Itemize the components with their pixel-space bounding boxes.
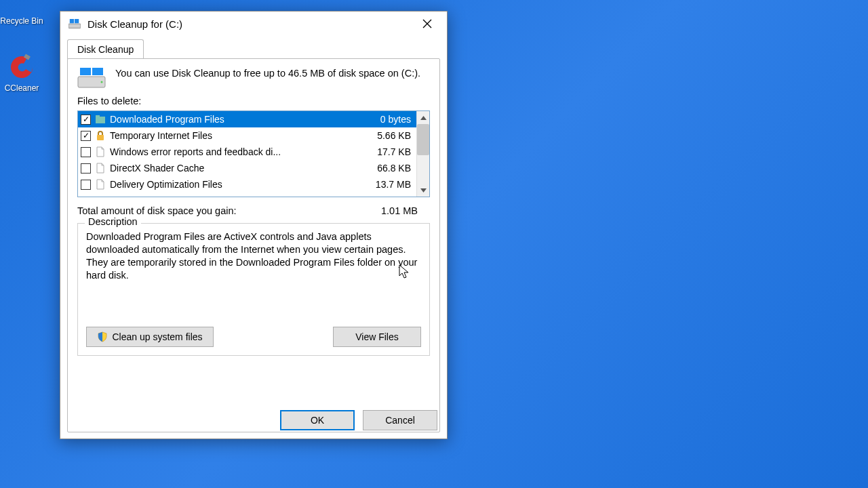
scroll-down-button[interactable]: [417, 184, 429, 197]
list-item[interactable]: DirectX Shader Cache66.8 KB: [78, 160, 416, 176]
list-item-size: 0 bytes: [363, 114, 414, 125]
recycle-bin-label: Recycle Bin: [0, 16, 43, 26]
description-text: Downloaded Program Files are ActiveX con…: [86, 230, 421, 281]
ok-button[interactable]: OK: [280, 410, 355, 430]
cleanup-panel: You can use Disk Cleanup to free up to 4…: [67, 58, 440, 432]
list-item-name: Downloaded Program Files: [110, 114, 359, 125]
dialog-title: Disk Cleanup for (C:): [87, 18, 413, 30]
svg-rect-1: [68, 24, 81, 28]
titlebar[interactable]: Disk Cleanup for (C:): [60, 12, 447, 36]
checkbox[interactable]: [81, 131, 91, 141]
listbox-scrollbar[interactable]: [416, 111, 429, 197]
svg-rect-2: [70, 19, 74, 23]
list-item-size: 66.8 KB: [363, 163, 414, 174]
list-item-size: 5.66 KB: [363, 130, 414, 141]
description-legend: Description: [85, 216, 141, 227]
description-group: Description Downloaded Program Files are…: [77, 223, 430, 356]
recycle-bin-icon: [7, 0, 37, 15]
svg-point-7: [101, 81, 103, 83]
svg-rect-3: [75, 19, 79, 23]
list-item-name: Windows error reports and feedback di...: [110, 146, 359, 157]
view-files-button[interactable]: View Files: [333, 327, 421, 347]
ccleaner-icon: [5, 51, 38, 83]
list-item-name: Temporary Internet Files: [110, 130, 359, 141]
shield-icon: [97, 331, 108, 342]
list-item[interactable]: Downloaded Program Files0 bytes: [78, 111, 416, 127]
desktop-icon-ccleaner[interactable]: CCleaner: [0, 51, 43, 93]
close-icon: [422, 19, 432, 28]
disk-drive-icon: [77, 67, 106, 89]
file-icon: [95, 163, 106, 174]
disk-cleanup-title-icon: [68, 19, 81, 28]
cancel-button[interactable]: Cancel: [363, 410, 437, 430]
scroll-up-button[interactable]: [417, 111, 429, 124]
checkbox[interactable]: [81, 147, 91, 157]
checkbox[interactable]: [81, 115, 91, 125]
lock-icon: [95, 130, 106, 141]
list-item[interactable]: Temporary Internet Files5.66 KB: [78, 127, 416, 144]
svg-rect-8: [96, 117, 105, 123]
chevron-up-icon: [420, 116, 427, 120]
svg-rect-9: [96, 115, 100, 117]
file-icon: [95, 179, 106, 190]
list-item-size: 13.7 MB: [363, 179, 414, 190]
list-item[interactable]: Windows error reports and feedback di...…: [78, 144, 416, 160]
tab-disk-cleanup[interactable]: Disk Cleanup: [67, 39, 144, 59]
list-item-size: 17.7 KB: [363, 146, 414, 157]
svg-rect-6: [92, 68, 103, 75]
list-item-name: DirectX Shader Cache: [110, 163, 359, 174]
desktop-icon-recycle-bin[interactable]: Recycle Bin: [0, 0, 43, 26]
total-space-value: 1.01 MB: [381, 205, 418, 216]
total-space-label: Total amount of disk space you gain:: [77, 205, 237, 216]
list-item-name: Delivery Optimization Files: [110, 179, 359, 190]
checkbox[interactable]: [81, 163, 91, 174]
disk-cleanup-dialog: Disk Cleanup for (C:) Disk Cleanup You c…: [60, 11, 448, 439]
cleanup-info-text: You can use Disk Cleanup to free up to 4…: [115, 67, 420, 89]
file-icon: [95, 146, 106, 157]
list-item[interactable]: Delivery Optimization Files13.7 MB: [78, 176, 416, 192]
ccleaner-label: CCleaner: [0, 83, 43, 93]
folder-icon: [95, 114, 106, 125]
scroll-thumb[interactable]: [417, 124, 429, 155]
svg-rect-5: [80, 68, 91, 75]
clean-up-system-files-button[interactable]: Clean up system files: [86, 327, 214, 347]
clean-up-system-files-label: Clean up system files: [112, 331, 202, 342]
checkbox[interactable]: [81, 180, 91, 190]
files-to-delete-label: Files to delete:: [77, 96, 430, 106]
svg-rect-10: [97, 135, 104, 140]
close-button[interactable]: [413, 14, 441, 33]
files-listbox[interactable]: Downloaded Program Files0 bytesTemporary…: [77, 110, 430, 197]
chevron-down-icon: [420, 188, 427, 192]
